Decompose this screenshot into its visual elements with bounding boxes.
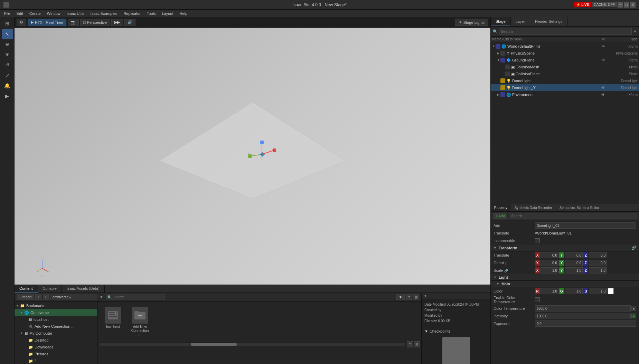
color-temp-input[interactable] xyxy=(535,305,631,312)
menu-layout[interactable]: Layout xyxy=(159,11,176,16)
intensity-max[interactable]: ▲ xyxy=(631,314,636,318)
tab-semantics-schema[interactable]: Semantics Schema Editor xyxy=(556,204,603,211)
tab-stage[interactable]: Stage xyxy=(491,17,511,26)
viewport-canvas[interactable]: › Z X Y m xyxy=(15,28,490,285)
tree-domelight[interactable]: 💡 DomeLight DomeLight xyxy=(491,77,639,84)
menu-help[interactable]: Help xyxy=(177,11,190,16)
settings-btn[interactable]: ⚙ xyxy=(17,19,26,26)
tab-layer[interactable]: Layer xyxy=(511,17,530,26)
file-add-new-connection[interactable]: 🔌 Add New Connection ... xyxy=(15,323,97,330)
content-filter-btn[interactable]: ▼ xyxy=(396,294,405,300)
tool-transform[interactable]: ⊕ xyxy=(2,39,13,49)
menu-file[interactable]: File xyxy=(1,11,13,16)
toggle-list[interactable]: ≡ xyxy=(407,341,413,347)
cg-input[interactable] xyxy=(565,288,583,294)
tab-isaac-assets[interactable]: Isaac Assets (Beta) xyxy=(62,285,105,293)
scroll-bar[interactable]: ≡ ⊞ xyxy=(97,342,421,346)
grid-item-localhost[interactable]: localhost xyxy=(101,305,125,338)
instanceable-checkbox[interactable] xyxy=(535,238,540,243)
sz-input[interactable] xyxy=(589,267,607,274)
tool-notification[interactable]: 🔔 xyxy=(2,81,13,90)
file-localhost[interactable]: 🖥 localhost xyxy=(15,316,97,323)
minimize-button[interactable] xyxy=(3,2,9,8)
nav-right-btn[interactable]: ▶▶ xyxy=(111,19,123,26)
menu-edit[interactable]: Edit xyxy=(14,11,26,16)
content-search-input[interactable] xyxy=(106,294,165,300)
file-bookmarks[interactable]: ▼ 📁 Bookmarks xyxy=(15,302,97,309)
grid-item-add-new-connection[interactable]: Add New Connection ... xyxy=(128,305,152,338)
list-view-btn[interactable]: ≡ xyxy=(406,294,412,300)
tree-physics[interactable]: ▶ ⚙ PhysicsScene PhysicsScene xyxy=(491,50,639,57)
tree-world[interactable]: ▼ 🌐 World (defaultPrim) 👁 Xform xyxy=(491,43,639,50)
tool-select[interactable]: ↖ xyxy=(2,29,13,39)
minimize-btn[interactable]: ─ xyxy=(618,2,623,8)
oy-input[interactable] xyxy=(565,260,583,266)
menu-create[interactable]: Create xyxy=(27,11,44,16)
main-subsection[interactable]: ▼ Main xyxy=(491,281,639,287)
forward-btn[interactable]: › xyxy=(43,294,49,300)
transform-section[interactable]: ▼ Transform 🔗 xyxy=(491,245,639,251)
tx-input[interactable] xyxy=(541,252,558,258)
sy-input[interactable] xyxy=(565,267,583,274)
file-desktop[interactable]: 📁 Desktop xyxy=(15,337,97,344)
maximize-btn[interactable]: □ xyxy=(624,2,629,8)
stage-search-input[interactable] xyxy=(499,28,632,35)
tree-environment[interactable]: ▶ 🌐 Environment 👁 Xform xyxy=(491,91,639,98)
file-my-computer[interactable]: ▼ 🖥 My Computer xyxy=(15,330,97,337)
file-omniverse[interactable]: ▼ 🌐 Omniverse xyxy=(15,309,97,316)
enable-color-temp-checkbox[interactable] xyxy=(535,297,540,302)
color-temp-up[interactable]: ▲ xyxy=(631,306,636,311)
scroll-track[interactable] xyxy=(99,343,405,346)
menu-replicator[interactable]: Replicator xyxy=(121,11,143,16)
menu-isaac-examples[interactable]: Isaac Examples xyxy=(88,11,120,16)
color-swatch[interactable] xyxy=(608,288,614,294)
tree-groundplane[interactable]: ▼ 🔷 GroundPlane 👁 Xform xyxy=(491,57,639,64)
tab-console[interactable]: Console xyxy=(38,285,62,293)
ox-input[interactable] xyxy=(541,260,558,266)
file-pictures[interactable]: 📁 Pictures xyxy=(15,351,97,357)
detail-collapse-btn[interactable]: ▼ xyxy=(424,294,427,298)
back-btn[interactable]: ‹ xyxy=(35,294,41,300)
file-root[interactable]: 📁 / xyxy=(15,357,97,364)
perspective-btn[interactable]: □ Perspective xyxy=(80,19,110,26)
close-btn[interactable]: ✕ xyxy=(630,2,636,8)
cb-input[interactable] xyxy=(589,288,607,294)
menu-tools[interactable]: Tools xyxy=(144,11,159,16)
prop-search-input[interactable] xyxy=(509,213,637,219)
tab-content[interactable]: Content xyxy=(15,285,38,293)
scroll-thumb[interactable] xyxy=(191,343,237,346)
tool-scale[interactable]: ⤢ xyxy=(2,70,13,80)
tz-input[interactable] xyxy=(589,252,607,258)
tool-rotate[interactable]: ↺ xyxy=(2,60,13,70)
tree-domelight01[interactable]: 💡 DomeLight_01 👁 DomeLight xyxy=(491,84,639,91)
tree-collisionplane[interactable]: ▣ CollisionPlane Plane xyxy=(491,70,639,77)
tree-collisionmesh[interactable]: ▣ CollisionMesh Mesh xyxy=(491,64,639,70)
audio-btn[interactable]: 🔊 xyxy=(124,19,135,26)
tool-grid[interactable]: ⊞ xyxy=(2,19,13,28)
prop-add-btn[interactable]: + Add xyxy=(493,213,507,219)
ty-input[interactable] xyxy=(565,252,583,258)
viewport-chevron[interactable]: › xyxy=(248,151,250,156)
tab-property[interactable]: Property xyxy=(491,204,511,211)
filter-icon[interactable]: ▼ xyxy=(633,29,637,33)
file-downloads[interactable]: 📁 Downloads xyxy=(15,344,97,351)
cr-input[interactable] xyxy=(541,288,558,294)
camera-btn[interactable]: 📷 xyxy=(68,19,79,26)
prim-name-input[interactable] xyxy=(535,222,636,229)
tool-play[interactable]: ▶ xyxy=(2,91,13,101)
path-input[interactable] xyxy=(50,294,99,300)
stage-lights-btn[interactable]: ☀ Stage Lights xyxy=(455,19,488,26)
tab-synthetic-data-recorder[interactable]: Synthetic Data Recorder xyxy=(511,204,556,211)
tab-render-settings[interactable]: Render Settings xyxy=(530,17,567,26)
tool-eye[interactable]: 👁 xyxy=(2,50,13,59)
toggle-grid[interactable]: ⊞ xyxy=(414,341,420,347)
light-section[interactable]: ▼ Light xyxy=(491,274,639,281)
exposure-input[interactable] xyxy=(535,320,636,327)
oz-input[interactable] xyxy=(589,260,607,266)
grid-view-btn[interactable]: ⊞ xyxy=(413,294,419,300)
menu-window[interactable]: Window xyxy=(44,11,63,16)
sx-input[interactable] xyxy=(541,267,558,274)
menu-isaac-utils[interactable]: Isaac Utils xyxy=(64,11,87,16)
rtx-btn[interactable]: ▶ RTX - Real-Time xyxy=(28,19,66,26)
import-btn[interactable]: + Import xyxy=(17,294,34,300)
